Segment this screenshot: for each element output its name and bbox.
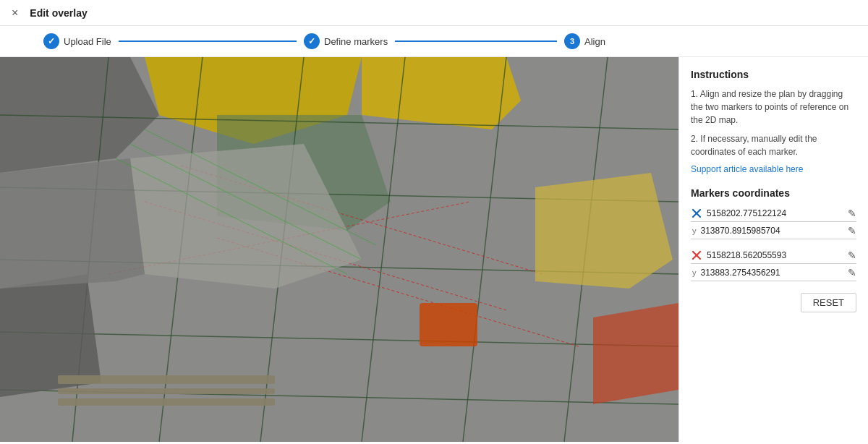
page-title: Edit overlay [30,7,87,19]
marker-2-y-edit-icon[interactable]: ✎ [848,267,856,278]
marker-2-y-label: y [692,268,697,277]
reset-row: RESET [691,293,856,312]
marker-1-group: ✎ y ✎ [691,208,856,239]
reset-button[interactable]: RESET [801,293,856,312]
step-2-label: Define markers [324,36,388,47]
step-markers: ✓ Define markers [304,33,564,49]
marker-1-x-field: ✎ [691,208,856,222]
marker-1-x-icon [691,208,702,219]
markers-title: Markers coordinates [691,187,856,199]
step-upload: ✓ Upload File [43,33,304,49]
instructions-step2: 2. If necessary, manually edit the coord… [691,132,856,158]
marker-1-y-label: y [692,226,697,235]
map-svg [0,57,678,442]
step-1-circle: ✓ [43,33,59,49]
instructions-title: Instructions [691,69,856,80]
step-align: 3 Align [564,33,825,49]
step-line-1 [119,40,297,42]
step-2-circle: ✓ [304,33,320,49]
stepper: ✓ Upload File ✓ Define markers 3 Align [0,26,868,57]
svg-rect-23 [420,303,477,346]
marker-2-group: ✎ y ✎ [691,249,856,281]
marker-1-y-input[interactable] [701,226,846,236]
header: × Edit overlay [0,0,868,26]
marker-2-x-icon [691,249,702,261]
map-canvas[interactable] [0,57,678,442]
marker-2-y-field: y ✎ [691,267,856,281]
marker-2-x-edit-icon[interactable]: ✎ [848,249,856,261]
marker-1-x-input[interactable] [707,208,845,218]
svg-marker-22 [593,303,678,404]
svg-rect-27 [58,388,275,394]
step-3-label: Align [584,36,605,47]
svg-marker-25 [0,158,145,289]
right-panel: Instructions 1. Align and resize the pla… [678,57,868,442]
marker-2-y-input[interactable] [701,268,846,278]
marker-1-y-field: y ✎ [691,225,856,239]
marker-1-y-edit-icon[interactable]: ✎ [848,225,856,236]
support-link[interactable]: Support article available here [691,164,856,174]
marker-1-x-edit-icon[interactable]: ✎ [848,208,856,219]
svg-rect-26 [58,375,275,384]
step-1-label: Upload File [64,36,111,47]
step-line-2 [395,40,557,42]
instructions-step1: 1. Align and resize the plan by dragging… [691,87,856,127]
svg-marker-21 [535,173,673,289]
marker-2-x-field: ✎ [691,249,856,264]
step-3-circle: 3 [564,33,580,49]
map-area[interactable] [0,57,678,442]
marker-2-x-input[interactable] [707,250,845,260]
close-button[interactable]: × [9,5,21,21]
svg-rect-28 [58,398,275,406]
main-content: Instructions 1. Align and resize the pla… [0,57,868,442]
